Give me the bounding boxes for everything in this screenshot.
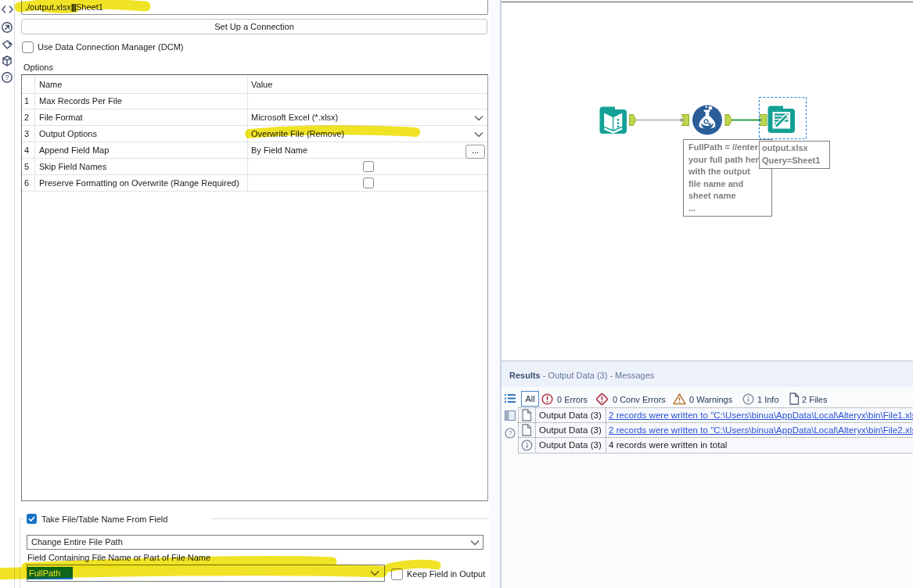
svg-text:?: ? [5, 74, 9, 81]
svg-text:?: ? [509, 429, 512, 437]
